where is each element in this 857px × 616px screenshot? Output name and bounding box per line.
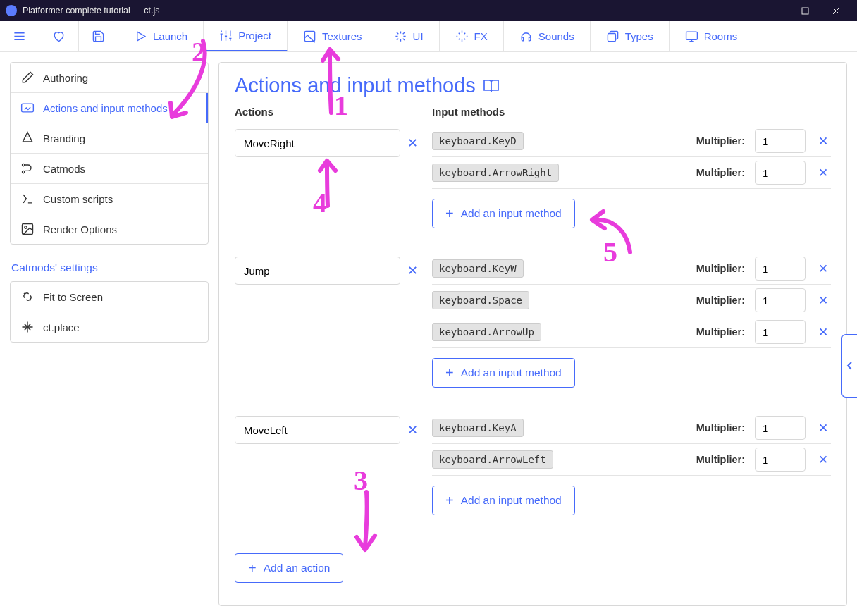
delete-input-button[interactable]: ✕ <box>815 325 831 340</box>
input-code-chip[interactable]: keyboard.ArrowUp <box>432 323 541 341</box>
svg-rect-4 <box>22 104 34 112</box>
delete-action-button[interactable]: ✕ <box>407 129 418 157</box>
sidebar-item-custom-scripts[interactable]: Custom scripts <box>11 184 208 214</box>
multiplier-input[interactable] <box>755 448 806 472</box>
action-name-input[interactable] <box>235 257 400 285</box>
svg-point-5 <box>23 164 25 166</box>
panel-heading-text: Actions and input methods <box>235 74 476 97</box>
collapse-handle[interactable] <box>841 334 857 398</box>
action-name-input[interactable] <box>235 416 400 444</box>
window-minimize-button[interactable] <box>758 0 789 21</box>
input-row: keyboard.KeyDMultiplier:✕ <box>432 129 831 157</box>
add-action-label: Add an action <box>264 562 331 574</box>
app-icon <box>6 5 17 16</box>
tab-types[interactable]: Types <box>591 21 670 51</box>
input-row: keyboard.ArrowUpMultiplier:✕ <box>432 316 831 348</box>
plus-icon: + <box>445 366 454 380</box>
tab-fx[interactable]: FX <box>440 21 504 51</box>
tab-rooms-label: Rooms <box>704 30 738 42</box>
menu-button[interactable] <box>0 21 39 51</box>
add-input-label: Add an input method <box>461 207 562 220</box>
col-header-actions: Actions <box>235 106 432 118</box>
tab-ui-label: UI <box>413 30 424 42</box>
multiplier-label: Multiplier: <box>696 263 745 274</box>
main-toolbar: Launch Project Textures UI FX Sounds Typ… <box>0 21 857 52</box>
add-action-button[interactable]: + Add an action <box>235 553 343 583</box>
sidebar-item-label: Custom scripts <box>43 193 113 205</box>
favorite-button[interactable] <box>39 21 79 51</box>
multiplier-label: Multiplier: <box>696 422 745 433</box>
multiplier-input[interactable] <box>755 161 806 185</box>
sidebar-item-label: Render Options <box>43 223 117 235</box>
sidebar-item-branding[interactable]: Branding <box>11 123 208 154</box>
tab-launch-label: Launch <box>153 30 187 42</box>
sidebar-group-catmods: Fit to Screen ct.place <box>10 281 209 343</box>
input-code-chip[interactable]: keyboard.ArrowRight <box>432 164 559 182</box>
multiplier-label: Multiplier: <box>696 167 745 178</box>
action-inputs: keyboard.KeyDMultiplier:✕keyboard.ArrowR… <box>432 129 831 228</box>
input-code-chip[interactable]: keyboard.ArrowLeft <box>432 450 553 469</box>
multiplier-input[interactable] <box>755 416 806 440</box>
add-input-label: Add an input method <box>461 494 562 507</box>
sidebar-item-fit-to-screen[interactable]: Fit to Screen <box>11 282 208 312</box>
action-inputs: keyboard.KeyWMultiplier:✕keyboard.SpaceM… <box>432 257 831 388</box>
multiplier-input[interactable] <box>755 288 806 312</box>
multiplier-label: Multiplier: <box>696 295 745 306</box>
delete-input-button[interactable]: ✕ <box>815 293 831 308</box>
window-maximize-button[interactable] <box>789 0 820 21</box>
book-icon[interactable] <box>483 78 500 94</box>
workspace: Authoring Actions and input methods Bran… <box>0 52 857 616</box>
input-code-chip[interactable]: keyboard.Space <box>432 291 529 309</box>
sidebar-item-actions[interactable]: Actions and input methods <box>11 93 208 123</box>
tab-rooms[interactable]: Rooms <box>670 21 754 51</box>
project-sidebar: Authoring Actions and input methods Bran… <box>10 62 209 606</box>
tab-sounds[interactable]: Sounds <box>504 21 591 51</box>
delete-input-button[interactable]: ✕ <box>815 261 831 276</box>
plus-icon: + <box>445 493 454 507</box>
tab-project[interactable]: Project <box>204 21 288 51</box>
sidebar-item-label: ct.place <box>43 321 80 333</box>
sidebar-item-label: Catmods <box>43 163 85 175</box>
sidebar-item-label: Actions and input methods <box>43 102 168 114</box>
tab-fx-label: FX <box>474 30 488 42</box>
sidebar-item-ct-place[interactable]: ct.place <box>11 312 208 342</box>
tab-ui[interactable]: UI <box>378 21 440 51</box>
add-input-method-button[interactable]: +Add an input method <box>432 486 575 515</box>
window-title: Platformer complete tutorial — ct.js <box>23 6 758 16</box>
tab-textures-label: Textures <box>322 30 362 42</box>
delete-action-button[interactable]: ✕ <box>407 257 418 285</box>
col-header-inputs: Input methods <box>432 106 831 118</box>
sidebar-item-render-options[interactable]: Render Options <box>11 214 208 244</box>
action-name-input[interactable] <box>235 129 400 157</box>
input-row: keyboard.ArrowLeftMultiplier:✕ <box>432 444 831 476</box>
tab-textures[interactable]: Textures <box>288 21 378 51</box>
window-titlebar: Platformer complete tutorial — ct.js <box>0 0 857 21</box>
sidebar-item-label: Branding <box>43 133 85 144</box>
sidebar-item-label: Authoring <box>43 72 88 84</box>
tab-launch[interactable]: Launch <box>118 21 204 51</box>
input-row: keyboard.KeyWMultiplier:✕ <box>432 257 831 285</box>
tab-sounds-label: Sounds <box>538 30 574 42</box>
svg-rect-2 <box>608 34 615 42</box>
delete-input-button[interactable]: ✕ <box>815 166 831 180</box>
input-row: keyboard.SpaceMultiplier:✕ <box>432 285 831 316</box>
action-block: ✕keyboard.KeyAMultiplier:✕keyboard.Arrow… <box>235 416 831 515</box>
sidebar-item-catmods[interactable]: Catmods <box>11 154 208 184</box>
multiplier-input[interactable] <box>755 320 806 344</box>
multiplier-input[interactable] <box>755 257 806 281</box>
add-input-method-button[interactable]: +Add an input method <box>432 199 575 228</box>
input-code-chip[interactable]: keyboard.KeyA <box>432 419 524 437</box>
delete-action-button[interactable]: ✕ <box>407 416 418 444</box>
delete-input-button[interactable]: ✕ <box>815 134 831 149</box>
delete-input-button[interactable]: ✕ <box>815 421 831 436</box>
window-close-button[interactable] <box>820 0 851 21</box>
input-row: keyboard.KeyAMultiplier:✕ <box>432 416 831 444</box>
input-code-chip[interactable]: keyboard.KeyW <box>432 259 524 278</box>
delete-input-button[interactable]: ✕ <box>815 452 831 467</box>
input-code-chip[interactable]: keyboard.KeyD <box>432 132 524 150</box>
sidebar-item-authoring[interactable]: Authoring <box>11 63 208 93</box>
save-button[interactable] <box>79 21 118 51</box>
svg-rect-3 <box>686 32 697 39</box>
multiplier-input[interactable] <box>755 129 806 153</box>
add-input-method-button[interactable]: +Add an input method <box>432 358 575 388</box>
